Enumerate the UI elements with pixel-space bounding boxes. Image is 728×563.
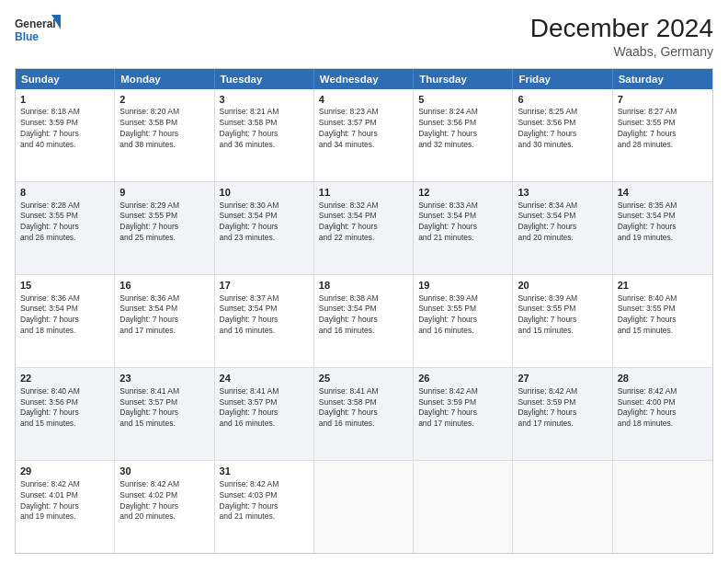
day-number: 26 (418, 372, 507, 385)
calendar-header: SundayMondayTuesdayWednesdayThursdayFrid… (16, 69, 712, 89)
calendar-cell: 19Sunrise: 8:39 AM Sunset: 3:55 PM Dayli… (414, 275, 513, 367)
calendar-cell: 26Sunrise: 8:42 AM Sunset: 3:59 PM Dayli… (414, 368, 513, 460)
page: General Blue December 2024 Waabs, German… (0, 0, 728, 563)
calendar-week-5: 29Sunrise: 8:42 AM Sunset: 4:01 PM Dayli… (16, 460, 712, 553)
calendar-week-1: 1Sunrise: 8:18 AM Sunset: 3:59 PM Daylig… (16, 89, 712, 181)
calendar-cell: 29Sunrise: 8:42 AM Sunset: 4:01 PM Dayli… (16, 461, 115, 553)
day-number: 6 (518, 93, 607, 107)
day-info: Sunrise: 8:39 AM Sunset: 3:55 PM Dayligh… (418, 293, 478, 336)
day-number: 9 (119, 186, 209, 200)
day-number: 3 (220, 93, 309, 107)
day-info: Sunrise: 8:42 AM Sunset: 4:01 PM Dayligh… (20, 479, 80, 522)
calendar-cell: 23Sunrise: 8:41 AM Sunset: 3:57 PM Dayli… (115, 368, 214, 460)
header-day-monday: Monday (115, 69, 214, 89)
day-number: 5 (418, 93, 507, 107)
day-number: 14 (618, 186, 708, 200)
day-number: 24 (220, 372, 309, 385)
header-day-sunday: Sunday (16, 69, 115, 89)
day-number: 29 (20, 465, 109, 478)
calendar-cell: 27Sunrise: 8:42 AM Sunset: 3:59 PM Dayli… (513, 368, 612, 460)
day-info: Sunrise: 8:42 AM Sunset: 3:59 PM Dayligh… (518, 386, 577, 429)
day-number: 12 (418, 186, 507, 200)
calendar-cell: 20Sunrise: 8:39 AM Sunset: 3:55 PM Dayli… (513, 275, 612, 367)
calendar-cell (513, 461, 612, 553)
day-number: 31 (220, 465, 309, 478)
day-info: Sunrise: 8:39 AM Sunset: 3:55 PM Dayligh… (518, 293, 577, 336)
day-info: Sunrise: 8:40 AM Sunset: 3:55 PM Dayligh… (618, 293, 677, 336)
calendar-cell: 6Sunrise: 8:25 AM Sunset: 3:56 PM Daylig… (513, 89, 612, 181)
day-number: 15 (20, 279, 109, 293)
day-number: 22 (20, 372, 109, 385)
day-number: 2 (119, 93, 209, 107)
day-info: Sunrise: 8:37 AM Sunset: 3:54 PM Dayligh… (220, 293, 279, 336)
calendar-cell: 22Sunrise: 8:40 AM Sunset: 3:56 PM Dayli… (16, 368, 115, 460)
calendar-cell: 18Sunrise: 8:38 AM Sunset: 3:54 PM Dayli… (314, 275, 414, 367)
calendar-cell: 3Sunrise: 8:21 AM Sunset: 3:58 PM Daylig… (215, 89, 314, 181)
day-number: 11 (319, 186, 408, 200)
calendar-cell (414, 461, 513, 553)
day-info: Sunrise: 8:41 AM Sunset: 3:57 PM Dayligh… (220, 386, 279, 429)
title-block: December 2024 Waabs, Germany (530, 13, 713, 59)
day-number: 21 (618, 279, 708, 293)
svg-text:Blue: Blue (15, 30, 39, 43)
day-info: Sunrise: 8:24 AM Sunset: 3:56 PM Dayligh… (418, 107, 478, 149)
day-number: 20 (518, 279, 607, 293)
subtitle: Waabs, Germany (530, 44, 713, 59)
header-day-wednesday: Wednesday (314, 69, 414, 89)
day-number: 4 (319, 93, 408, 107)
day-number: 1 (20, 93, 109, 107)
day-info: Sunrise: 8:35 AM Sunset: 3:54 PM Dayligh… (618, 201, 677, 243)
calendar-cell: 12Sunrise: 8:33 AM Sunset: 3:54 PM Dayli… (414, 182, 513, 274)
calendar-cell: 30Sunrise: 8:42 AM Sunset: 4:02 PM Dayli… (115, 461, 214, 553)
day-number: 8 (20, 186, 109, 200)
calendar-cell: 25Sunrise: 8:41 AM Sunset: 3:58 PM Dayli… (314, 368, 414, 460)
svg-text:General: General (15, 17, 56, 30)
day-info: Sunrise: 8:41 AM Sunset: 3:58 PM Dayligh… (319, 386, 379, 429)
day-number: 19 (418, 279, 507, 293)
calendar-cell: 11Sunrise: 8:32 AM Sunset: 3:54 PM Dayli… (314, 182, 414, 274)
day-info: Sunrise: 8:27 AM Sunset: 3:55 PM Dayligh… (618, 107, 677, 149)
day-info: Sunrise: 8:32 AM Sunset: 3:54 PM Dayligh… (319, 201, 379, 243)
calendar-cell: 17Sunrise: 8:37 AM Sunset: 3:54 PM Dayli… (215, 275, 314, 367)
calendar-cell: 13Sunrise: 8:34 AM Sunset: 3:54 PM Dayli… (513, 182, 612, 274)
day-info: Sunrise: 8:30 AM Sunset: 3:54 PM Dayligh… (220, 201, 279, 243)
day-number: 27 (518, 372, 607, 385)
day-number: 7 (618, 93, 708, 107)
day-info: Sunrise: 8:34 AM Sunset: 3:54 PM Dayligh… (518, 201, 577, 243)
header-day-thursday: Thursday (414, 69, 513, 89)
calendar-cell: 24Sunrise: 8:41 AM Sunset: 3:57 PM Dayli… (215, 368, 314, 460)
day-info: Sunrise: 8:42 AM Sunset: 4:00 PM Dayligh… (618, 386, 677, 429)
header: General Blue December 2024 Waabs, German… (15, 13, 713, 59)
day-info: Sunrise: 8:18 AM Sunset: 3:59 PM Dayligh… (20, 107, 80, 149)
calendar-cell: 28Sunrise: 8:42 AM Sunset: 4:00 PM Dayli… (613, 368, 712, 460)
calendar-cell: 14Sunrise: 8:35 AM Sunset: 3:54 PM Dayli… (613, 182, 712, 274)
header-day-friday: Friday (513, 69, 612, 89)
day-number: 30 (119, 465, 209, 478)
calendar-cell: 7Sunrise: 8:27 AM Sunset: 3:55 PM Daylig… (613, 89, 712, 181)
day-info: Sunrise: 8:40 AM Sunset: 3:56 PM Dayligh… (20, 386, 80, 429)
calendar-cell: 15Sunrise: 8:36 AM Sunset: 3:54 PM Dayli… (16, 275, 115, 367)
calendar-cell: 9Sunrise: 8:29 AM Sunset: 3:55 PM Daylig… (115, 182, 214, 274)
header-day-saturday: Saturday (613, 69, 712, 89)
calendar-week-4: 22Sunrise: 8:40 AM Sunset: 3:56 PM Dayli… (16, 367, 712, 460)
day-number: 17 (220, 279, 309, 293)
logo-svg: General Blue (15, 13, 61, 50)
day-info: Sunrise: 8:28 AM Sunset: 3:55 PM Dayligh… (20, 201, 80, 243)
day-number: 16 (119, 279, 209, 293)
day-number: 13 (518, 186, 607, 200)
day-info: Sunrise: 8:42 AM Sunset: 4:03 PM Dayligh… (220, 479, 279, 522)
day-number: 23 (119, 372, 209, 385)
day-info: Sunrise: 8:36 AM Sunset: 3:54 PM Dayligh… (119, 293, 179, 336)
day-info: Sunrise: 8:33 AM Sunset: 3:54 PM Dayligh… (418, 201, 478, 243)
calendar-cell: 8Sunrise: 8:28 AM Sunset: 3:55 PM Daylig… (16, 182, 115, 274)
calendar-cell: 1Sunrise: 8:18 AM Sunset: 3:59 PM Daylig… (16, 89, 115, 181)
calendar-week-3: 15Sunrise: 8:36 AM Sunset: 3:54 PM Dayli… (16, 274, 712, 367)
day-number: 10 (220, 186, 309, 200)
main-title: December 2024 (530, 13, 713, 44)
day-info: Sunrise: 8:41 AM Sunset: 3:57 PM Dayligh… (119, 386, 179, 429)
day-info: Sunrise: 8:21 AM Sunset: 3:58 PM Dayligh… (220, 107, 279, 149)
day-number: 28 (618, 372, 708, 385)
calendar-cell: 5Sunrise: 8:24 AM Sunset: 3:56 PM Daylig… (414, 89, 513, 181)
day-info: Sunrise: 8:20 AM Sunset: 3:58 PM Dayligh… (119, 107, 179, 149)
calendar-cell: 10Sunrise: 8:30 AM Sunset: 3:54 PM Dayli… (215, 182, 314, 274)
